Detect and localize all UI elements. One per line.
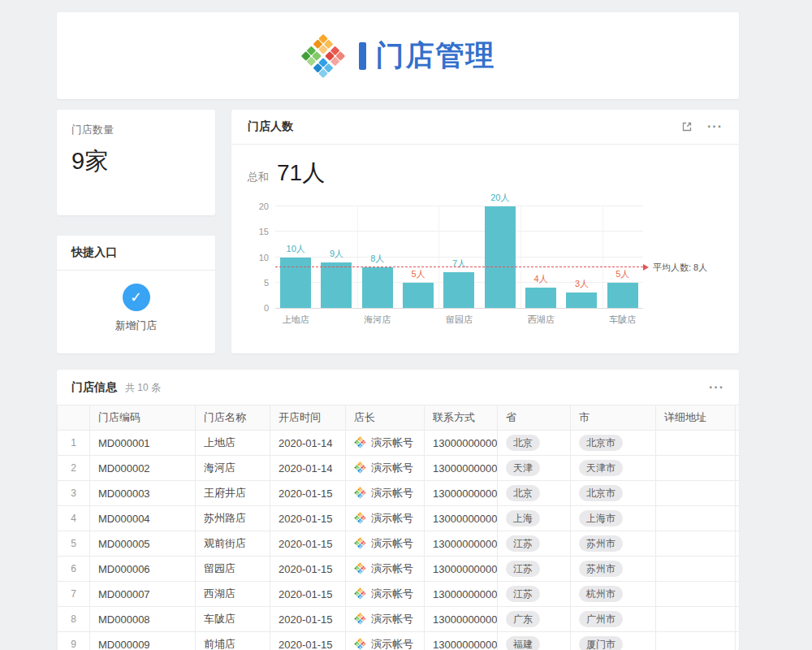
quick-entry-label: 新增门店 <box>115 318 158 333</box>
store-info-card-header: 门店信息 共 10 条 ··· <box>57 370 739 405</box>
quick-entry-title: 快捷入口 <box>57 236 215 271</box>
bar-value-label: 20人 <box>490 192 509 204</box>
manager-name: 演示帐号 <box>371 512 413 524</box>
province-tag: 广东 <box>506 611 540 627</box>
manager-avatar-icon <box>354 487 366 501</box>
table-row[interactable]: 8MD000008车陂店2020-01-15演示帐号13000000000广东广… <box>58 607 740 632</box>
cell-open-date: 2020-01-15 <box>270 506 346 531</box>
cell-open-date: 2020-01-15 <box>270 481 346 506</box>
manager-avatar-icon <box>354 638 366 650</box>
manager-name: 演示帐号 <box>371 613 413 625</box>
cell-province: 江苏 <box>498 531 571 557</box>
bar-1[interactable] <box>280 258 311 309</box>
cell-phone: 13000000000 <box>425 531 498 557</box>
table-row[interactable]: 2MD000002海河店2020-01-14演示帐号13000000000天津天… <box>58 456 740 481</box>
province-tag: 江苏 <box>506 561 540 577</box>
bar-4[interactable] <box>403 283 434 308</box>
bar-slot: 4人西湖店 <box>520 206 561 308</box>
table-row[interactable]: 4MD000004苏州路店2020-01-15演示帐号13000000000上海… <box>58 506 740 531</box>
cell-store-name: 上地店 <box>196 431 270 456</box>
table-row[interactable]: 3MD000003王府井店2020-01-15演示帐号13000000000北京… <box>58 481 740 506</box>
cell-phone: 13000000000 <box>425 557 498 582</box>
bar-7[interactable] <box>525 288 556 308</box>
table-row[interactable]: 5MD000005观前街店2020-01-15演示帐号13000000000江苏… <box>58 531 740 557</box>
city-tag: 厦门市 <box>579 636 623 650</box>
cell-manager: 演示帐号 <box>346 481 425 506</box>
cell-store-name: 王府井店 <box>196 481 270 506</box>
check-circle-icon[interactable]: ✓ <box>123 284 150 311</box>
cell-city: 广州市 <box>571 607 656 632</box>
cell-phone: 13000000000 <box>425 456 498 481</box>
title-accent-bar <box>359 42 366 70</box>
x-axis-tick-label: 车陂店 <box>609 314 636 326</box>
y-axis-tick-label: 0 <box>264 303 269 313</box>
column-header-2: 门店名称 <box>196 405 270 431</box>
quick-entry-new-store[interactable]: ✓ 新增门店 <box>57 271 215 333</box>
table-more-menu-icon[interactable]: ··· <box>709 381 724 394</box>
cell-city: 北京市 <box>571 481 656 506</box>
bar-9[interactable] <box>607 283 638 308</box>
cell-open-date: 2020-01-15 <box>270 632 346 650</box>
table-row[interactable]: 6MD000006留园店2020-01-15演示帐号13000000000江苏苏… <box>58 557 740 582</box>
bar-8[interactable] <box>566 292 597 308</box>
cell-city: 苏州市 <box>571 557 656 582</box>
city-tag: 北京市 <box>579 435 623 451</box>
table-viewport: 门店编码门店名称开店时间店长联系方式省市详细地址1MD000001上地店2020… <box>57 405 739 650</box>
table-row[interactable]: 1MD000001上地店2020-01-14演示帐号13000000000北京北… <box>58 431 740 456</box>
row-index: 5 <box>58 531 90 557</box>
y-axis-tick-label: 15 <box>259 227 269 236</box>
cell-store-name: 苏州路店 <box>196 506 270 531</box>
chart-plot: 0510152010人上地店9人8人海河店5人7人留园店20人4人西湖店3人5人… <box>275 206 643 309</box>
bar-5[interactable] <box>443 272 474 308</box>
bar-6[interactable] <box>485 206 516 308</box>
table-row[interactable]: 7MD000007西湖店2020-01-15演示帐号13000000000江苏杭… <box>58 582 740 607</box>
table-row[interactable]: 9MD000009前埔店2020-01-15演示帐号13000000000福建厦… <box>58 632 740 650</box>
province-tag: 北京 <box>506 435 540 451</box>
bar-value-label: 9人 <box>330 248 343 260</box>
column-header-1: 门店编码 <box>90 405 196 431</box>
province-tag: 福建 <box>506 636 540 650</box>
city-tag: 杭州市 <box>579 586 623 602</box>
cell-city: 苏州市 <box>571 531 656 557</box>
cell-store-code: MD000007 <box>90 582 196 607</box>
column-header-7: 市 <box>571 405 656 431</box>
expand-icon[interactable] <box>681 121 693 132</box>
cell-extra <box>736 632 740 650</box>
bar-value-label: 4人 <box>534 273 548 285</box>
y-axis-tick-label: 5 <box>264 278 269 288</box>
x-axis-tick-label: 西湖店 <box>528 314 555 326</box>
cell-store-name: 前埔店 <box>196 632 270 650</box>
bar-2[interactable] <box>321 262 352 308</box>
column-header-4: 店长 <box>346 405 425 431</box>
city-tag: 苏州市 <box>579 561 623 577</box>
cell-phone: 13000000000 <box>425 431 498 456</box>
x-axis-tick-label: 海河店 <box>364 314 391 326</box>
column-header-6: 省 <box>498 405 571 431</box>
average-line: 平均人数: 8人 <box>275 266 643 267</box>
cell-province: 福建 <box>498 632 571 650</box>
cell-address <box>656 481 736 506</box>
more-menu-icon[interactable]: ··· <box>707 120 723 133</box>
cell-store-code: MD000001 <box>90 431 196 456</box>
cell-manager: 演示帐号 <box>346 632 425 650</box>
average-line-label: 平均人数: 8人 <box>653 262 707 274</box>
average-line-arrow-icon <box>643 264 649 271</box>
bar-3[interactable] <box>362 267 393 308</box>
y-axis-tick-label: 10 <box>259 253 269 262</box>
manager-avatar-icon <box>354 587 366 602</box>
cell-store-name: 观前街店 <box>196 531 270 557</box>
bar-slot: 5人车陂店 <box>603 206 643 308</box>
store-count-card: 门店数量 9家 <box>57 110 215 215</box>
cell-store-name: 车陂店 <box>196 607 270 632</box>
store-info-title: 门店信息 <box>71 380 117 395</box>
cell-address <box>656 557 736 582</box>
province-tag: 北京 <box>506 485 540 501</box>
bar-slot: 20人 <box>480 206 520 308</box>
app-title: 门店管理 <box>376 37 496 75</box>
cell-province: 广东 <box>498 607 571 632</box>
province-tag: 江苏 <box>506 535 540 552</box>
headcount-card: 门店人数 ··· 总和 71人 0510152010人上地店9人8人海河店5人7… <box>231 110 739 353</box>
bar-value-label: 3人 <box>575 278 589 290</box>
bar-value-label: 7人 <box>452 258 466 270</box>
cell-manager: 演示帐号 <box>346 582 425 607</box>
